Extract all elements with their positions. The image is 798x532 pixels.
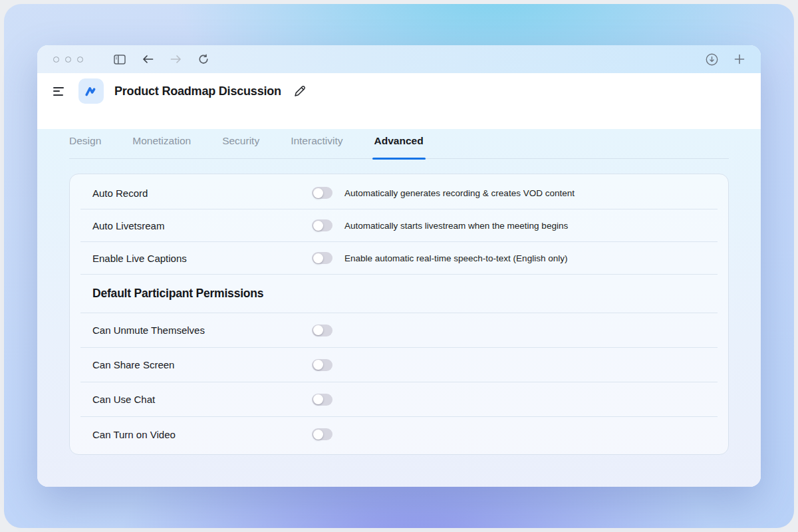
setting-description: Automatically generates recording & crea… xyxy=(344,188,575,198)
setting-row-auto-livestream: Auto Livetsream Automatically starts liv… xyxy=(80,209,718,242)
setting-label: Can Turn on Video xyxy=(92,429,312,440)
browser-chrome-bar xyxy=(37,45,761,73)
toggle-knob xyxy=(313,221,323,231)
toggle-knob xyxy=(313,430,323,440)
permissions-section-header: Default Participant Permissions xyxy=(80,275,718,313)
setting-row-live-captions: Enable Live Captions Enable automatic re… xyxy=(80,242,718,275)
sidebar-toggle-icon[interactable] xyxy=(114,55,126,65)
settings-content: Design Monetization Security Interactivi… xyxy=(37,129,761,487)
window-control-dot[interactable] xyxy=(65,57,71,63)
setting-row-can-use-chat: Can Use Chat xyxy=(80,382,718,417)
app-header: Product Roadmap Discussion xyxy=(37,73,761,109)
window-control-dot[interactable] xyxy=(53,57,59,63)
setting-label: Auto Record xyxy=(92,188,312,199)
tab-advanced[interactable]: Advanced xyxy=(374,129,424,158)
app-logo-icon xyxy=(78,78,104,104)
reload-icon[interactable] xyxy=(198,54,209,65)
toggle-can-use-chat[interactable] xyxy=(312,394,332,406)
setting-row-can-turn-on-video: Can Turn on Video xyxy=(80,417,718,452)
toggle-auto-livestream[interactable] xyxy=(312,219,332,231)
setting-row-can-unmute: Can Unmute Themselves xyxy=(80,313,718,348)
tab-monetization[interactable]: Monetization xyxy=(132,129,191,158)
toggle-knob xyxy=(313,360,323,370)
setting-label: Auto Livetsream xyxy=(92,220,312,231)
edit-pencil-icon[interactable] xyxy=(293,84,307,98)
forward-icon[interactable] xyxy=(170,55,182,64)
setting-label: Enable Live Captions xyxy=(92,253,312,264)
download-icon[interactable] xyxy=(706,53,718,66)
settings-card: Auto Record Automatically generates reco… xyxy=(69,174,729,455)
tab-advanced-label: Advanced xyxy=(374,135,424,146)
new-tab-icon[interactable] xyxy=(734,54,745,65)
tab-bar: Design Monetization Security Interactivi… xyxy=(69,129,729,159)
section-title: Default Participant Permissions xyxy=(92,287,263,301)
window-controls xyxy=(53,57,83,63)
tab-security[interactable]: Security xyxy=(222,129,259,158)
toggle-knob xyxy=(313,253,323,263)
setting-label: Can Share Screen xyxy=(92,359,312,370)
setting-row-can-share-screen: Can Share Screen xyxy=(80,348,718,382)
browser-window: Product Roadmap Discussion Design Moneti… xyxy=(37,45,761,487)
tab-interactivity[interactable]: Interactivity xyxy=(291,129,342,158)
setting-label: Can Use Chat xyxy=(92,394,312,405)
setting-row-auto-record: Auto Record Automatically generates reco… xyxy=(80,177,718,209)
toggle-can-unmute[interactable] xyxy=(312,325,332,336)
toggle-can-share-screen[interactable] xyxy=(312,359,332,371)
window-control-dot[interactable] xyxy=(77,57,83,63)
toggle-live-captions[interactable] xyxy=(312,252,332,264)
toggle-can-turn-on-video[interactable] xyxy=(312,428,332,440)
tab-design[interactable]: Design xyxy=(69,129,101,158)
active-tab-underline xyxy=(372,158,426,160)
back-icon[interactable] xyxy=(142,55,154,64)
setting-label: Can Unmute Themselves xyxy=(92,325,312,336)
setting-description: Enable automatic real-time speech-to-tex… xyxy=(344,253,567,263)
toggle-auto-record[interactable] xyxy=(312,187,332,199)
toggle-knob xyxy=(313,394,323,404)
setting-description: Automatically starts livestream when the… xyxy=(344,221,568,231)
toggle-knob xyxy=(313,325,323,335)
toggle-knob xyxy=(313,188,323,198)
page-title: Product Roadmap Discussion xyxy=(114,84,281,98)
menu-icon[interactable] xyxy=(53,87,65,96)
